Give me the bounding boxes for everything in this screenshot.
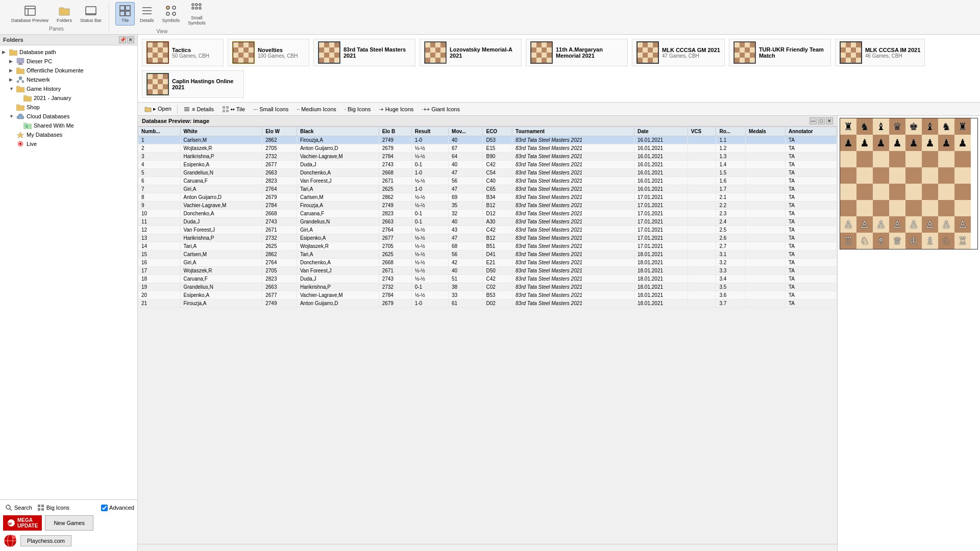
tile-view-label: Tile xyxy=(121,18,129,23)
table-row[interactable]: 14Tari,A2625Wojtaszek,R2705½-½68B5183rd … xyxy=(138,242,837,251)
table-row[interactable]: 19Grandelius,N2663Harikrishna,P27320-138… xyxy=(138,283,837,291)
svg-rect-38 xyxy=(38,508,40,511)
sidebar-item-game-history[interactable]: ▼ Game History xyxy=(0,84,137,93)
sidebar-label-offentliche: Öffentliche Dokumente xyxy=(27,67,84,73)
chess-piece: ♟ xyxy=(909,137,918,149)
giant-icons-btn[interactable]: ·++ Giant Icons xyxy=(418,105,463,114)
playchess-button[interactable]: Playchess.com xyxy=(20,535,71,546)
table-row[interactable]: 4Esipenko,A2677Duda,J27430-140C4283rd Ta… xyxy=(138,161,837,169)
table-row[interactable]: 17Wojtaszek,R2705Van Foreest,J2671½-½40D… xyxy=(138,267,837,275)
symbols-view-btn[interactable]: Symbols xyxy=(159,3,183,25)
col-header-result[interactable]: Result xyxy=(411,127,448,136)
tile-label-ctb: ▪▪ Tile xyxy=(231,106,245,112)
sidebar-pin-btn[interactable]: 📌 xyxy=(119,36,126,43)
small-icons-btn[interactable]: ··· Small Icons xyxy=(250,105,292,114)
tile-tata-steel[interactable]: 83rd Tata Steel Masters 2021 xyxy=(313,39,415,66)
col-header-white[interactable]: White xyxy=(180,127,262,136)
col-header-tournament[interactable]: Tournament xyxy=(512,127,634,136)
sidebar-close-btn[interactable]: ✕ xyxy=(127,36,134,43)
col-header-black[interactable]: Black xyxy=(297,127,379,136)
folders-toggle[interactable]: Folders xyxy=(54,3,75,25)
big-icons-button[interactable]: Big Icons xyxy=(37,504,69,511)
huge-icons-btn[interactable]: ·+ Huge Icons xyxy=(375,105,417,114)
table-row[interactable]: 6Caruana,F2823Van Foreest,J2671½-½56C408… xyxy=(138,177,837,185)
tile-margaryan[interactable]: 11th A.Margaryan Memorial 2021 xyxy=(526,39,628,66)
sidebar-header: Folders 📌 ✕ xyxy=(0,35,137,45)
sidebar-item-shop[interactable]: Shop xyxy=(0,103,137,112)
col-header-elo-w[interactable]: Elo W xyxy=(262,127,297,136)
table-row[interactable]: 15Carlsen,M2862Tari,A2625½-½56D4183rd Ta… xyxy=(138,251,837,259)
chess-piece: ♛ xyxy=(893,120,902,133)
database-preview-toggle[interactable]: Database Preview xyxy=(8,3,52,25)
table-row[interactable]: 5Grandelius,N2663Donchenko,A26681-047C54… xyxy=(138,169,837,177)
tile-tur-ukr[interactable]: TUR-UKR Friendly Team Match xyxy=(729,39,831,66)
sidebar-item-live[interactable]: Live xyxy=(0,139,137,148)
sidebar-item-netzwerk[interactable]: ▶ Netzwerk xyxy=(0,75,137,84)
table-row[interactable]: 20Esipenko,A2677Vachier-Lagrave,M2784½-½… xyxy=(138,291,837,299)
table-row[interactable]: 8Anton Guijarro,D2679Carlsen,M2862½-½69B… xyxy=(138,193,837,202)
table-row[interactable]: 3Harikrishna,P2732Vachier-Lagrave,M2784½… xyxy=(138,153,837,161)
col-header-vcs[interactable]: VCS xyxy=(688,127,716,136)
chess-piece: ♔ xyxy=(909,235,918,247)
svg-rect-0 xyxy=(25,6,35,15)
col-header-date[interactable]: Date xyxy=(634,127,688,136)
tile-mlk-cccsa-im[interactable]: MLK CCCSA IM 202146 Games, CBH xyxy=(835,39,925,66)
advanced-button[interactable]: Advanced xyxy=(101,505,134,511)
col-header-medals[interactable]: Medals xyxy=(746,127,786,136)
dp-close-btn[interactable]: ✕ xyxy=(826,117,833,124)
small-symbols-view-btn[interactable]: SmallSymbols xyxy=(185,0,209,28)
table-row[interactable]: 11Duda,J2743Grandelius,N26630-140A3083rd… xyxy=(138,218,837,226)
chess-cell-2-7 xyxy=(954,151,971,167)
svg-text:!: ! xyxy=(12,536,13,539)
tile-tactics[interactable]: Tactics50 Games, CBH xyxy=(142,39,224,66)
details-btn[interactable]: ≡ Details xyxy=(180,104,217,114)
table-row[interactable]: 13Harikrishna,P2732Esipenko,A2677½-½47B1… xyxy=(138,234,837,242)
sidebar-item-2021-january[interactable]: 2021 - January xyxy=(0,93,137,103)
sidebar-label-game-history: Game History xyxy=(27,86,61,92)
tile-btn[interactable]: ▪▪ Tile xyxy=(218,104,249,114)
tile-lozovatsky[interactable]: Lozovatsky Memorial-A 2021 xyxy=(420,39,522,66)
medium-icons-btn[interactable]: ·· Medium Icons xyxy=(293,105,340,114)
advanced-checkbox[interactable] xyxy=(101,505,108,511)
col-header-annotator[interactable]: Annotator xyxy=(785,127,837,136)
table-row[interactable]: 10Donchenko,A2668Caruana,F28230-132D1283… xyxy=(138,210,837,218)
open-btn[interactable]: ▸ Open xyxy=(141,104,175,114)
dp-minimize-btn[interactable]: — xyxy=(810,117,817,124)
tile-mlk-cccsa-gm[interactable]: MLK CCCSA GM 202147 Games, CBH xyxy=(632,39,725,66)
statusbar-toggle[interactable]: Status Bar xyxy=(77,3,105,25)
sidebar-item-shared-with-me[interactable]: S Shared With Me xyxy=(0,121,137,130)
table-scrollbar[interactable] xyxy=(138,544,837,551)
table-row[interactable]: 7Giri,A2764Tari,A26251-047C6583rd Tata S… xyxy=(138,185,837,193)
svg-line-29 xyxy=(20,80,23,81)
col-header-numb---[interactable]: Numb... xyxy=(138,127,181,136)
tile-subtitle-mlk-cccsa-im: 46 Games, CBH xyxy=(865,53,920,59)
tile-novelties[interactable]: Novelties100 Games, CBH xyxy=(228,39,309,66)
details-view-btn[interactable]: Details xyxy=(137,3,157,25)
table-row[interactable]: 21Firouzja,A2749Anton Guijarro,D26791-06… xyxy=(138,299,837,308)
dp-maximize-btn[interactable]: □ xyxy=(818,117,825,124)
sidebar-item-cloud-databases[interactable]: ▼ Cloud Databases xyxy=(0,112,137,121)
new-games-button[interactable]: New Games xyxy=(45,515,93,531)
col-header-eco[interactable]: ECO xyxy=(483,127,512,136)
col-header-mov---[interactable]: Mov... xyxy=(449,127,483,136)
col-header-elo-b[interactable]: Elo B xyxy=(379,127,411,136)
tile-thumb-mlk-cccsa-im xyxy=(840,41,862,64)
col-header-ro---[interactable]: Ro... xyxy=(716,127,746,136)
tile-caplin-hastings[interactable]: Caplin Hastings Online 2021 xyxy=(142,70,244,98)
sidebar-item-dieser-pc[interactable]: ▶ Dieser PC xyxy=(0,57,137,66)
table-row[interactable]: 18Caruana,F2823Duda,J2743½-½51C4283rd Ta… xyxy=(138,275,837,283)
mega-update-button[interactable]: M MEGAUPDATE xyxy=(3,515,42,531)
sidebar-item-database-path[interactable]: ▶ Database path xyxy=(0,47,137,57)
table-row[interactable]: 12Van Foreest,J2671Giri,A2764½-½43C4283r… xyxy=(138,226,837,234)
sidebar-item-my-databases[interactable]: My Databases xyxy=(0,130,137,139)
tile-view-btn[interactable]: Tile xyxy=(115,2,135,26)
tile-subtitle-novelties: 100 Games, CBH xyxy=(258,53,305,59)
sidebar-item-offentliche[interactable]: ▶ Öffentliche Dokumente xyxy=(0,66,137,75)
search-button[interactable]: Search xyxy=(3,503,34,512)
tile-thumb-margaryan xyxy=(530,41,553,64)
table-row[interactable]: 2Wojtaszek,R2705Anton Guijarro,D2679½-½6… xyxy=(138,144,837,153)
table-row[interactable]: 1Carlsen,M2862Firouzja,A27491-040D5383rd… xyxy=(138,136,837,144)
table-row[interactable]: 9Vachier-Lagrave,M2784Firouzja,A2749½-½3… xyxy=(138,202,837,210)
big-icons-btn-ctb[interactable]: · Big Icons xyxy=(341,105,374,114)
table-row[interactable]: 16Giri,A2764Donchenko,A2668½-½42E2183rd … xyxy=(138,259,837,267)
